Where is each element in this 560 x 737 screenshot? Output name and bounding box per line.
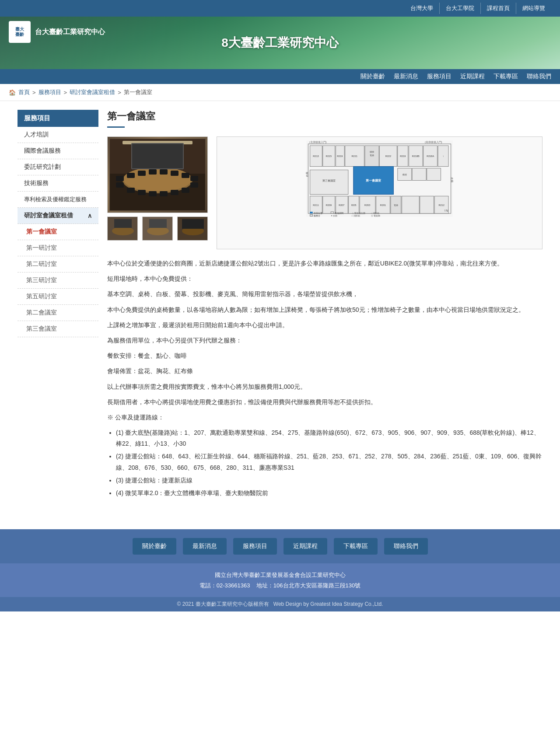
main-layout: 服務項目 人才培訓 國際會議服務 委託研究計劃 技術服務 專利檢索及優權鑑定服務… [9,101,551,512]
sidebar-item-patent[interactable]: 專利檢索及優權鑑定服務 [18,192,98,208]
svg-rect-82 [402,196,419,213]
top-nav-courses[interactable]: 課程首頁 [481,3,516,14]
transport-text-2: 捷運公館站：648、643、松江新生幹線、644、穗斯福路幹線、251、藍28、… [116,453,542,471]
gallery-section: (北側後後入門) (南側後後入門) R213 R215 R219 R221 樓梯… [107,136,542,249]
breadcrumb-sep2: > [64,89,67,96]
floor-plan-svg: (北側後後入門) (南側後後入門) R213 R215 R219 R221 樓梯… [220,140,539,217]
svg-rect-21 [190,182,198,188]
svg-rect-20 [190,176,198,181]
svg-text:走廊: 走廊 [451,177,454,182]
short-term-item-2: 本中心免費提供的桌椅數量，以各場地容納人數為限；如有增加上課椅凳，每張椅子將加收… [107,304,542,315]
svg-rect-64 [412,168,426,181]
svg-text:R205: R205 [351,204,357,206]
breadcrumb-home[interactable]: 首頁 [18,88,30,96]
sec-nav-contact[interactable]: 聯絡我們 [527,73,551,80]
svg-text:R218A: R218A [427,155,434,157]
svg-text:R212: R212 [438,204,444,206]
svg-text:□ 消防箱: □ 消防箱 [352,214,360,217]
sidebar-title: 服務項目 [18,110,98,127]
footer-contact: 電話：02-33661363 地址：106台北市大安區基隆路三段130號 [9,580,551,590]
transport-text-4: 微笑單車2.0：臺大立體機車停車場、臺大動物醫院前 [125,489,268,496]
svg-text:R222: R222 [385,155,391,157]
svg-text:目前位置: 目前位置 [314,212,322,214]
sec-nav-downloads[interactable]: 下載專區 [494,73,518,80]
svg-rect-58 [310,170,348,195]
sidebar-item-room3[interactable]: 第三會議室 [18,321,98,337]
logo-icon: 臺大臺齡 [9,21,31,43]
breadcrumb-sep1: > [32,89,36,96]
svg-text:(南側後後入門): (南側後後入門) [425,141,442,143]
sidebar-item-training[interactable]: 人才培訓 [18,127,98,143]
svg-text:R201: R201 [380,204,386,206]
transport-item-2: (2) 捷運公館站：648、643、松江新生幹線、644、穗斯福路幹線、251、… [116,451,542,473]
breadcrumb-sep3: > [118,89,121,96]
svg-text:R207: R207 [339,204,344,206]
sec-nav-courses[interactable]: 近期課程 [460,73,485,80]
footer-btn-about[interactable]: 關於臺齡 [133,538,176,555]
sidebar-item-research[interactable]: 委託研究計劃 [18,159,98,175]
svg-text:電梯: 電梯 [394,204,398,206]
transport-item-3: (3) 捷運公館站：捷運新店線 [116,475,542,486]
svg-rect-8 [127,173,135,178]
footer-address: 地址：106台北市大安區基隆路三段130號 [256,582,360,589]
breadcrumb-services[interactable]: 服務項目 [38,88,61,96]
svg-text:R209: R209 [326,204,332,206]
breadcrumb: 🏠 首頁 > 服務項目 > 研討室會議室租借 > 第一會議室 [0,84,560,101]
main-conference-image [107,136,208,213]
svg-rect-13 [149,191,157,196]
sidebar-item-room1[interactable]: 第一會議室 [18,224,98,240]
svg-rect-89 [331,212,333,213]
svg-rect-12 [149,169,157,175]
logo-area: 臺大臺齡 台大臺齡工業研究中心 [9,21,105,43]
footer-phone: 電話：02-33661363 [200,582,250,589]
thumbnail-1[interactable] [107,217,138,241]
thumbnail-2[interactable] [142,217,173,241]
sidebar: 服務項目 人才培訓 國際會議服務 委託研究計劃 技術服務 專利檢索及優權鑑定服務… [18,110,98,503]
svg-rect-6 [116,176,124,181]
footer-btn-downloads[interactable]: 下載專區 [334,538,378,555]
page-title: 第一會議室 [107,110,542,123]
sidebar-item-tech[interactable]: 技術服務 [18,175,98,192]
svg-text:R211: R211 [313,204,318,206]
description-section: 本中心位於交通便捷的公館商圈，近新店總捷運公館站2號出口，更是許多公車路線匯集之… [107,258,542,499]
conference-room-svg [109,139,206,211]
transport-text-3: 捷運公館站：捷運新店線 [125,477,192,484]
svg-text:第三會議室: 第三會議室 [322,179,336,182]
transport-item-4: (4) 微笑單車2.0：臺大立體機車停車場、臺大動物醫院前 [116,488,542,499]
sidebar-item-studio1[interactable]: 第一研討室 [18,240,98,256]
sec-nav-about[interactable]: 關於臺齡 [360,73,385,80]
svg-text:R213: R213 [313,155,318,157]
thumbnail-gallery [107,217,208,241]
svg-rect-93 [310,214,312,216]
svg-rect-10 [138,171,146,176]
chevron-up-icon: ∧ [88,212,92,219]
floor-plan: (北側後後入門) (南側後後入門) R213 R215 R219 R221 樓梯… [217,136,542,249]
svg-text:R215: R215 [326,155,332,157]
svg-text:電梯: 電梯 [370,154,374,157]
sidebar-item-rental[interactable]: 研討室會議室租借 ∧ [18,208,98,224]
service-item-3: 以上代辦事項所需之費用按實際費支，惟本中心將另加服務費用1,000元。 [107,381,542,392]
sec-nav-news[interactable]: 最新消息 [394,73,418,80]
svg-text:(北側後後入門): (北側後後入門) [309,141,327,143]
sec-nav-services[interactable]: 服務項目 [427,73,452,80]
sidebar-item-studio2[interactable]: 第二研討室 [18,256,98,272]
footer-btn-courses[interactable]: 近期課程 [284,538,327,555]
footer-btn-contact[interactable]: 聯絡我們 [384,538,428,555]
svg-text:R219: R219 [400,155,406,157]
sidebar-item-room2[interactable]: 第二會議室 [18,305,98,321]
top-nav-sitemap[interactable]: 網站導覽 [516,3,551,14]
sidebar-item-studio3[interactable]: 第三研討室 [18,272,98,289]
top-nav-engineering[interactable]: 台大工學院 [440,3,481,14]
top-nav-ntu[interactable]: 台灣大學 [404,3,440,14]
sidebar-item-studio5[interactable]: 第五研討室 [18,289,98,305]
thumbnail-3[interactable] [177,217,208,241]
breadcrumb-current: 第一會議室 [124,88,152,96]
svg-text:◎ 電箱廊: ◎ 電箱廊 [371,214,380,217]
svg-text:樓梯: 樓梯 [370,150,374,153]
footer-btn-services[interactable]: 服務項目 [233,538,277,555]
svg-text:↑: ↑ [443,155,444,157]
footer-btn-news[interactable]: 最新消息 [183,538,227,555]
breadcrumb-rental[interactable]: 研討室會議室租借 [70,88,115,96]
sidebar-item-conference[interactable]: 國際會議服務 [18,143,98,159]
short-term-title: 短用場地時，本中心免費提供： [107,273,542,284]
